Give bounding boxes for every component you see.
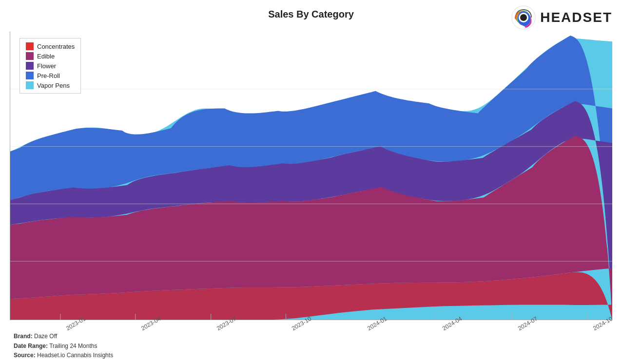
- legend-item-flower: Flower: [26, 62, 75, 70]
- preroll-label: Pre-Roll: [37, 72, 60, 79]
- chart-title: Sales By Category: [0, 9, 622, 20]
- legend-item-concentrates: Concentrates: [26, 42, 75, 50]
- flower-label: Flower: [37, 62, 56, 70]
- concentrates-label: Concentrates: [37, 43, 75, 50]
- source-label: Source:: [14, 352, 36, 359]
- footer-info: Brand: Daze Off Date Range: Trailing 24 …: [14, 332, 113, 360]
- daterange-value: Trailing 24 Months: [49, 343, 97, 349]
- chart-svg: [10, 32, 612, 320]
- chart-legend: Concentrates Edible Flower Pre-Roll Vapo…: [19, 38, 81, 94]
- source-value: Headset.io Cannabis Insights: [37, 352, 113, 359]
- preroll-swatch: [26, 72, 34, 79]
- edible-swatch: [26, 52, 34, 60]
- legend-item-vaporpens: Vapor Pens: [26, 81, 75, 89]
- daterange-label: Date Range:: [14, 343, 48, 349]
- legend-item-edible: Edible: [26, 52, 75, 60]
- chart-area: [10, 32, 612, 320]
- brand-label: Brand:: [14, 333, 33, 340]
- vaporpens-label: Vapor Pens: [37, 82, 70, 89]
- brand-value: Daze Off: [34, 333, 57, 340]
- concentrates-swatch: [26, 42, 34, 50]
- vaporpens-swatch: [26, 81, 34, 89]
- edible-label: Edible: [37, 53, 55, 60]
- legend-item-preroll: Pre-Roll: [26, 72, 75, 79]
- flower-swatch: [26, 62, 34, 70]
- page-container: HEADSET Sales By Category Concentrates E…: [0, 0, 622, 364]
